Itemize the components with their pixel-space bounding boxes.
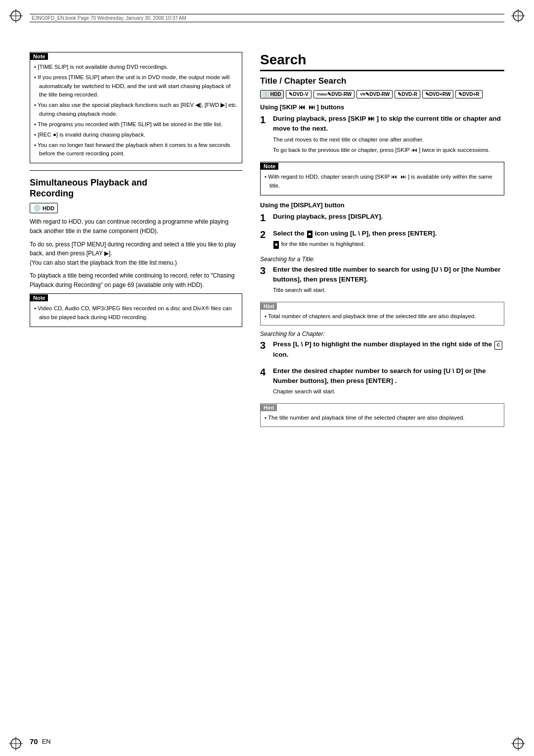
step-body-c3: Press [L \ P] to highlight the number di… [273, 339, 504, 361]
right-column: Search Title / Chapter Search 💿 HDD ✎DVD… [260, 52, 504, 745]
step-num-d1: 1 [260, 212, 270, 224]
step-main-text-d2: Select the ■ icon using [L \ P], then pr… [273, 229, 504, 238]
note-item-1-2: If you press [TIME SLIP] when the unit i… [34, 73, 238, 99]
note-item-1-5: [REC ●] is invalid during chasing playba… [34, 131, 238, 140]
disk-symbol: 💿 [33, 204, 41, 212]
hint-content-2: The title number and playback time of th… [261, 411, 504, 426]
badge-super-video: Video [317, 92, 328, 96]
step-row-c4: 4 Enter the desired chapter number to se… [260, 366, 504, 398]
note-content-3: With regard to HDD, chapter search using… [261, 170, 504, 195]
step-row-d2: 2 Select the ■ icon using [L \ P], then … [260, 229, 504, 251]
note-box-2: Note Video CD, Audio CD, MP3/JPEG files … [30, 293, 242, 327]
disc-badge-dvdr: ✎DVD-R [395, 90, 420, 98]
page-footer: 70 EN [30, 737, 51, 746]
disc-badge-hdd: 💿 HDD [260, 90, 284, 98]
disc-icon-dvdplusr: ✎ [458, 92, 462, 97]
disc-badge-dvdplusrw: ✎DVD+RW [422, 90, 453, 98]
step-detail-1a: The unit moves to the next title or chap… [273, 136, 504, 144]
square-icon-2: ■ [273, 241, 279, 249]
searching-chapter-label: Searching for a Chapter: [260, 331, 504, 337]
simul-para-1: With regard to HDD, you can continue rec… [30, 217, 242, 236]
section-divider-1 [30, 170, 242, 171]
step-num-c4: 4 [260, 366, 270, 398]
step-title-3: 3 Enter the desired title number to sear… [260, 265, 504, 297]
note-label-2: Note [30, 294, 48, 301]
searching-title-label: Searching for a Title: [260, 256, 504, 263]
note-list-1: [TIME SLIP] is not available during DVD … [34, 63, 238, 158]
disc-icon-dvdrw-vr: ✎ [365, 92, 369, 97]
disc-badge-dvdrw-video: Video ✎DVD-RW [313, 90, 355, 98]
step-body-d1: During playback, press [DISPLAY]. [273, 212, 504, 224]
left-column: Note [TIME SLIP] is not available during… [30, 52, 242, 745]
disc-badge-dvdrw-vr: VR ✎DVD-RW [356, 90, 393, 98]
hint-label-2: Hint [261, 404, 277, 411]
step-body-t3: Enter the desired title number to search… [273, 265, 504, 297]
step-row-t3: 3 Enter the desired title number to sear… [260, 265, 504, 297]
step-display-1: 1 During playback, press [DISPLAY]. [260, 212, 504, 224]
step-detail-c4: Chapter search will start. [273, 387, 504, 396]
note-item-1-4: The programs you recorded with [TIME SLI… [34, 120, 238, 129]
step-row-1: 1 During playback, press [SKIP ⏭ ] to sk… [260, 114, 504, 157]
disc-icon-dvdrw-v: ✎ [327, 92, 331, 97]
hint-label-1: Hint [261, 303, 277, 310]
step-main-text-t3: Enter the desired title number to search… [273, 265, 504, 285]
header-bar: E3NG0FD_EN.book Page 70 Wednesday, Janua… [30, 14, 504, 22]
page: E3NG0FD_EN.book Page 70 Wednesday, Janua… [0, 0, 534, 756]
hint-box-2: Hint The title number and playback time … [260, 403, 504, 427]
note-content-1: [TIME SLIP] is not available during DVD … [30, 60, 242, 163]
page-number: 70 [30, 737, 38, 746]
step-body-d2: Select the ■ icon using [L \ P], then pr… [273, 229, 504, 251]
step-detail-d2: ■ for the title number is highlighted. [273, 240, 504, 249]
step-detail-1b: To go back to the previous title or chap… [273, 146, 504, 155]
disc-badge-dvdv: ✎DVD-V [286, 90, 311, 98]
step-row-d1: 1 During playback, press [DISPLAY]. [260, 212, 504, 224]
step-main-text-c3: Press [L \ P] to highlight the number di… [273, 339, 504, 360]
corner-mark-tl [9, 9, 23, 23]
c-icon: C [494, 341, 503, 350]
disc-badge-dvdplusr: ✎DVD+R [455, 90, 482, 98]
hint-content-1: Total number of chapters and playback ti… [261, 310, 504, 325]
step-body-c4: Enter the desired chapter number to sear… [273, 366, 504, 398]
note-label-1: Note [30, 53, 48, 60]
hint-item-2-1: The title number and playback time of th… [265, 414, 500, 423]
note-item-3-1: With regard to HDD, chapter search using… [265, 173, 500, 190]
step-main-text-d1: During playback, press [DISPLAY]. [273, 212, 504, 222]
note-content-2: Video CD, Audio CD, MP3/JPEG files recor… [30, 301, 242, 327]
step-chapter-3: 3 Press [L \ P] to highlight the number … [260, 339, 504, 361]
disc-icon-dvdr: ✎ [398, 92, 401, 97]
hint-item-1-1: Total number of chapters and playback ti… [265, 312, 500, 321]
simul-para-3: To playback a title being recorded while… [30, 271, 242, 289]
hdd-badge: 💿 HDD [30, 203, 58, 213]
subtitle: Title / Chapter Search [260, 76, 504, 86]
simultaneous-heading: Simultaneous Playback andRecording [30, 178, 242, 199]
note-label-3: Note [261, 163, 278, 170]
step-row-c3: 3 Press [L \ P] to highlight the number … [260, 339, 504, 361]
disc-icon-hdd: 💿 [263, 92, 269, 97]
search-main-title: Search [260, 52, 504, 68]
using-display-heading: Using the [DISPLAY] button [260, 201, 504, 209]
step-skip-1: 1 During playback, press [SKIP ⏭ ] to sk… [260, 114, 504, 157]
corner-mark-tr [511, 9, 525, 23]
header-text: E3NG0FD_EN.book Page 70 Wednesday, Janua… [32, 15, 186, 21]
note-box-1: Note [TIME SLIP] is not available during… [30, 52, 242, 163]
disc-icons-row: 💿 HDD ✎DVD-V Video ✎DVD-RW VR ✎DVD-RW ✎D… [260, 90, 504, 98]
title-divider [260, 70, 504, 71]
step-num-c3: 3 [260, 339, 270, 361]
step-main-text-c4: Enter the desired chapter number to sear… [273, 366, 504, 386]
hint-list-1: Total number of chapters and playback ti… [265, 312, 500, 321]
note-list-3: With regard to HDD, chapter search using… [265, 173, 500, 190]
hint-box-1: Hint Total number of chapters and playba… [260, 302, 504, 326]
corner-mark-br [511, 737, 525, 751]
badge-super-vr: VR [360, 92, 365, 96]
step-display-2: 2 Select the ■ icon using [L \ P], then … [260, 229, 504, 251]
hdd-icon-row: 💿 HDD [30, 203, 242, 213]
using-skip-heading: Using [SKIP ⏮ ⏭ ] buttons [260, 103, 504, 111]
disc-icon-dvdplusrw: ✎ [425, 92, 429, 97]
step-num-d2: 2 [260, 229, 270, 251]
note-item-1-1: [TIME SLIP] is not available during DVD … [34, 63, 238, 72]
step-body-1: During playback, press [SKIP ⏭ ] to skip… [273, 114, 504, 157]
square-icon: ■ [307, 231, 312, 238]
step-main-text-1: During playback, press [SKIP ⏭ ] to skip… [273, 114, 504, 134]
corner-mark-bl [9, 737, 23, 751]
main-layout: Note [TIME SLIP] is not available during… [0, 52, 534, 745]
